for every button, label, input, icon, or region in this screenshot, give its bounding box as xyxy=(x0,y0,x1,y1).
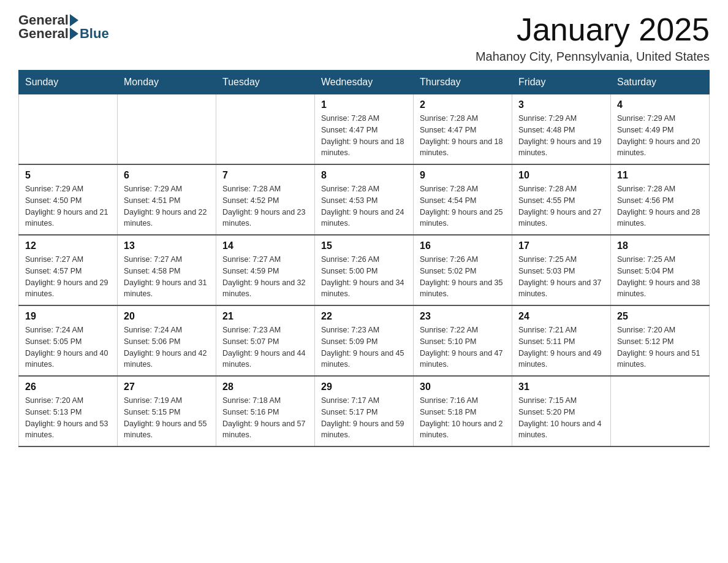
month-title: January 2025 xyxy=(476,12,710,47)
day-info: Sunrise: 7:28 AM Sunset: 4:55 PM Dayligh… xyxy=(518,183,604,229)
day-info: Sunrise: 7:27 AM Sunset: 4:59 PM Dayligh… xyxy=(222,254,308,300)
day-info: Sunrise: 7:24 AM Sunset: 5:06 PM Dayligh… xyxy=(124,324,210,370)
day-info: Sunrise: 7:21 AM Sunset: 5:11 PM Dayligh… xyxy=(518,324,604,370)
calendar-cell: 27Sunrise: 7:19 AM Sunset: 5:15 PM Dayli… xyxy=(118,376,216,446)
calendar-cell: 6Sunrise: 7:29 AM Sunset: 4:51 PM Daylig… xyxy=(118,164,216,235)
day-number: 9 xyxy=(420,170,506,181)
day-info: Sunrise: 7:20 AM Sunset: 5:13 PM Dayligh… xyxy=(25,395,111,441)
logo-area: General General Blue xyxy=(18,12,109,42)
calendar-cell: 7Sunrise: 7:28 AM Sunset: 4:52 PM Daylig… xyxy=(216,164,315,235)
calendar-cell: 19Sunrise: 7:24 AM Sunset: 5:05 PM Dayli… xyxy=(19,305,118,376)
calendar-cell xyxy=(611,376,710,446)
calendar-cell: 2Sunrise: 7:28 AM Sunset: 4:47 PM Daylig… xyxy=(414,94,512,165)
calendar-cell: 16Sunrise: 7:26 AM Sunset: 5:02 PM Dayli… xyxy=(414,235,512,305)
calendar-cell: 20Sunrise: 7:24 AM Sunset: 5:06 PM Dayli… xyxy=(118,305,216,376)
day-info: Sunrise: 7:23 AM Sunset: 5:09 PM Dayligh… xyxy=(321,324,407,370)
calendar-week-2: 12Sunrise: 7:27 AM Sunset: 4:57 PM Dayli… xyxy=(19,235,710,305)
day-info: Sunrise: 7:18 AM Sunset: 5:16 PM Dayligh… xyxy=(222,395,308,441)
day-number: 26 xyxy=(25,381,111,393)
day-number: 1 xyxy=(321,99,407,110)
calendar-table: Sunday Monday Tuesday Wednesday Thursday… xyxy=(18,70,710,447)
day-number: 22 xyxy=(321,311,407,322)
day-number: 24 xyxy=(518,311,604,322)
day-info: Sunrise: 7:28 AM Sunset: 4:56 PM Dayligh… xyxy=(617,183,703,229)
calendar-week-0: 1Sunrise: 7:28 AM Sunset: 4:47 PM Daylig… xyxy=(19,94,710,165)
calendar-cell xyxy=(19,94,118,165)
header-friday: Friday xyxy=(512,71,611,94)
calendar-cell: 26Sunrise: 7:20 AM Sunset: 5:13 PM Dayli… xyxy=(19,376,118,446)
calendar-cell: 4Sunrise: 7:29 AM Sunset: 4:49 PM Daylig… xyxy=(611,94,710,165)
day-number: 20 xyxy=(124,311,210,322)
day-number: 19 xyxy=(25,311,111,322)
day-number: 31 xyxy=(518,381,604,393)
day-number: 4 xyxy=(617,99,703,110)
header-row: Sunday Monday Tuesday Wednesday Thursday… xyxy=(19,71,710,94)
day-info: Sunrise: 7:23 AM Sunset: 5:07 PM Dayligh… xyxy=(222,324,308,370)
calendar-cell: 30Sunrise: 7:16 AM Sunset: 5:18 PM Dayli… xyxy=(414,376,512,446)
day-info: Sunrise: 7:27 AM Sunset: 4:57 PM Dayligh… xyxy=(25,254,111,300)
day-number: 23 xyxy=(420,311,506,322)
day-number: 8 xyxy=(321,170,407,181)
day-info: Sunrise: 7:22 AM Sunset: 5:10 PM Dayligh… xyxy=(420,324,506,370)
logo-arrow-icon2 xyxy=(70,28,78,40)
logo-arrow-icon xyxy=(70,14,78,26)
calendar-cell: 17Sunrise: 7:25 AM Sunset: 5:03 PM Dayli… xyxy=(512,235,611,305)
logo-blue-text: Blue xyxy=(80,26,109,42)
day-info: Sunrise: 7:26 AM Sunset: 5:00 PM Dayligh… xyxy=(321,254,407,300)
day-info: Sunrise: 7:29 AM Sunset: 4:51 PM Dayligh… xyxy=(124,183,210,229)
day-number: 6 xyxy=(124,170,210,181)
calendar-cell: 13Sunrise: 7:27 AM Sunset: 4:58 PM Dayli… xyxy=(118,235,216,305)
day-number: 30 xyxy=(420,381,506,393)
calendar-week-1: 5Sunrise: 7:29 AM Sunset: 4:50 PM Daylig… xyxy=(19,164,710,235)
calendar-cell: 12Sunrise: 7:27 AM Sunset: 4:57 PM Dayli… xyxy=(19,235,118,305)
day-info: Sunrise: 7:27 AM Sunset: 4:58 PM Dayligh… xyxy=(124,254,210,300)
day-info: Sunrise: 7:26 AM Sunset: 5:02 PM Dayligh… xyxy=(420,254,506,300)
day-info: Sunrise: 7:19 AM Sunset: 5:15 PM Dayligh… xyxy=(124,395,210,441)
day-number: 15 xyxy=(321,240,407,251)
calendar-cell: 14Sunrise: 7:27 AM Sunset: 4:59 PM Dayli… xyxy=(216,235,315,305)
calendar-cell: 29Sunrise: 7:17 AM Sunset: 5:17 PM Dayli… xyxy=(315,376,414,446)
day-info: Sunrise: 7:29 AM Sunset: 4:49 PM Dayligh… xyxy=(617,113,703,159)
day-info: Sunrise: 7:25 AM Sunset: 5:04 PM Dayligh… xyxy=(617,254,703,300)
day-number: 5 xyxy=(25,170,111,181)
page-header: General General Blue January 2025 Mahano… xyxy=(18,12,710,64)
calendar-cell: 21Sunrise: 7:23 AM Sunset: 5:07 PM Dayli… xyxy=(216,305,315,376)
day-info: Sunrise: 7:25 AM Sunset: 5:03 PM Dayligh… xyxy=(518,254,604,300)
calendar-week-3: 19Sunrise: 7:24 AM Sunset: 5:05 PM Dayli… xyxy=(19,305,710,376)
day-number: 25 xyxy=(617,311,703,322)
calendar-cell: 31Sunrise: 7:15 AM Sunset: 5:20 PM Dayli… xyxy=(512,376,611,446)
day-number: 13 xyxy=(124,240,210,251)
day-number: 11 xyxy=(617,170,703,181)
day-number: 16 xyxy=(420,240,506,251)
calendar-cell: 8Sunrise: 7:28 AM Sunset: 4:53 PM Daylig… xyxy=(315,164,414,235)
calendar-body: 1Sunrise: 7:28 AM Sunset: 4:47 PM Daylig… xyxy=(19,94,710,447)
calendar-cell: 23Sunrise: 7:22 AM Sunset: 5:10 PM Dayli… xyxy=(414,305,512,376)
calendar-cell: 15Sunrise: 7:26 AM Sunset: 5:00 PM Dayli… xyxy=(315,235,414,305)
calendar-cell: 1Sunrise: 7:28 AM Sunset: 4:47 PM Daylig… xyxy=(315,94,414,165)
day-number: 21 xyxy=(222,311,308,322)
day-number: 27 xyxy=(124,381,210,393)
calendar-cell: 3Sunrise: 7:29 AM Sunset: 4:48 PM Daylig… xyxy=(512,94,611,165)
day-number: 18 xyxy=(617,240,703,251)
calendar-cell: 25Sunrise: 7:20 AM Sunset: 5:12 PM Dayli… xyxy=(611,305,710,376)
day-info: Sunrise: 7:24 AM Sunset: 5:05 PM Dayligh… xyxy=(25,324,111,370)
logo-general-text2: General xyxy=(18,26,69,42)
day-info: Sunrise: 7:28 AM Sunset: 4:53 PM Dayligh… xyxy=(321,183,407,229)
calendar-cell xyxy=(216,94,315,165)
header-wednesday: Wednesday xyxy=(315,71,414,94)
calendar-cell: 28Sunrise: 7:18 AM Sunset: 5:16 PM Dayli… xyxy=(216,376,315,446)
title-area: January 2025 Mahanoy City, Pennsylvania,… xyxy=(476,12,710,64)
day-info: Sunrise: 7:20 AM Sunset: 5:12 PM Dayligh… xyxy=(617,324,703,370)
day-info: Sunrise: 7:17 AM Sunset: 5:17 PM Dayligh… xyxy=(321,395,407,441)
day-info: Sunrise: 7:29 AM Sunset: 4:50 PM Dayligh… xyxy=(25,183,111,229)
day-number: 3 xyxy=(518,99,604,110)
day-number: 2 xyxy=(420,99,506,110)
calendar-cell: 11Sunrise: 7:28 AM Sunset: 4:56 PM Dayli… xyxy=(611,164,710,235)
calendar-cell xyxy=(118,94,216,165)
location-title: Mahanoy City, Pennsylvania, United State… xyxy=(476,50,710,64)
day-info: Sunrise: 7:28 AM Sunset: 4:47 PM Dayligh… xyxy=(420,113,506,159)
day-number: 14 xyxy=(222,240,308,251)
calendar-cell: 24Sunrise: 7:21 AM Sunset: 5:11 PM Dayli… xyxy=(512,305,611,376)
calendar-cell: 10Sunrise: 7:28 AM Sunset: 4:55 PM Dayli… xyxy=(512,164,611,235)
calendar-cell: 18Sunrise: 7:25 AM Sunset: 5:04 PM Dayli… xyxy=(611,235,710,305)
